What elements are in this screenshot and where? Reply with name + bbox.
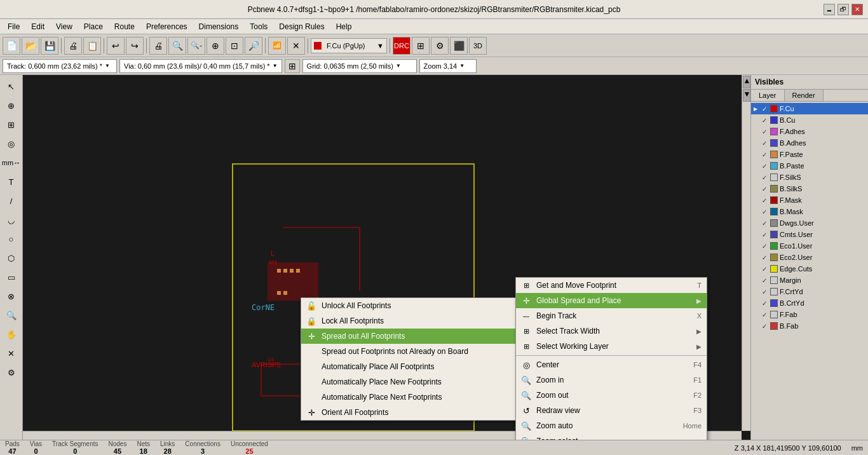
- zoom-in-button[interactable]: 🔍: [168, 37, 186, 55]
- menu-route[interactable]: Route: [109, 21, 140, 32]
- ctx-select-track-width[interactable]: ⊞ Select Track Width ▶: [516, 323, 707, 339]
- layer-checkbox[interactable]: ✓: [761, 208, 768, 215]
- ctx-auto-place-new[interactable]: Automatically Place New Footprints: [301, 374, 516, 390]
- scrollbar-right[interactable]: ▲ ▼: [742, 75, 750, 431]
- add-track-tool[interactable]: ⊞: [3, 116, 20, 133]
- layer-checkbox[interactable]: ✓: [761, 299, 768, 307]
- layer-checkbox[interactable]: ✓: [761, 231, 768, 238]
- layer-checkbox[interactable]: ✓: [761, 311, 768, 318]
- ratsnest-button[interactable]: ✕: [287, 37, 305, 55]
- save-button[interactable]: 💾: [41, 37, 58, 55]
- layer-checkbox[interactable]: ✓: [761, 242, 768, 250]
- select-tool[interactable]: ↖: [3, 78, 20, 95]
- print2-button[interactable]: 📋: [83, 37, 101, 55]
- layer-checkbox[interactable]: ✓: [761, 265, 768, 273]
- layer-item-margin[interactable]: ✓Margin: [751, 275, 868, 286]
- zoom-dropdown[interactable]: Zoom 3,14 ▼: [419, 59, 477, 73]
- layer-item-f-paste[interactable]: ✓F.Paste: [751, 149, 868, 160]
- zoom-area-button[interactable]: ⊡: [226, 37, 243, 55]
- layer-item-f-adhes[interactable]: ✓F.Adhes: [751, 126, 868, 137]
- close-button[interactable]: ✕: [851, 4, 863, 15]
- ctx-zoom-auto[interactable]: 🔍 Zoom auto Home: [516, 418, 707, 433]
- grid-button[interactable]: ⊞: [412, 37, 430, 55]
- undo-button[interactable]: ↩: [107, 37, 125, 55]
- ctx-orient-all[interactable]: ✛ Orient All Footprints: [301, 405, 516, 420]
- menu-help[interactable]: Help: [331, 21, 357, 32]
- layer-item-f-fab[interactable]: ✓F.Fab: [751, 309, 868, 320]
- via-dropdown[interactable]: Via: 0,60 mm (23,6 mils)/ 0,40 mm (15,7 …: [119, 59, 282, 73]
- layer-checkbox[interactable]: ✓: [761, 254, 768, 261]
- menu-view[interactable]: View: [51, 21, 78, 32]
- drc-button[interactable]: DRC: [393, 37, 410, 55]
- ctx-redraw-view[interactable]: ↺ Redraw view F3: [516, 403, 707, 418]
- redo-button[interactable]: ↪: [126, 37, 144, 55]
- ctx-unlock-footprints[interactable]: 🔓 Unlock All Footprints: [301, 298, 516, 313]
- ctx-auto-place-all[interactable]: Automatically Place All Footprints: [301, 359, 516, 374]
- open-button[interactable]: 📂: [22, 37, 39, 55]
- layer-item-cmts-user[interactable]: ✓Cmts.User: [751, 229, 868, 240]
- new-button[interactable]: 📄: [3, 37, 20, 55]
- layer-checkbox[interactable]: ✓: [761, 219, 768, 227]
- add-text-tool[interactable]: T: [3, 173, 20, 191]
- tab-render[interactable]: Render: [785, 90, 824, 101]
- ctx-select-working-layer[interactable]: ⊞ Select Working Layer ▶: [516, 339, 707, 354]
- menu-place[interactable]: Place: [79, 21, 108, 32]
- layer-item-b-fab[interactable]: ✓B.Fab: [751, 320, 868, 332]
- layer-dropdown[interactable]: F.Cu (PgUp) ▼: [311, 38, 387, 53]
- zoom-out-button[interactable]: 🔍-: [187, 37, 205, 55]
- print3-button[interactable]: 🖨: [149, 37, 167, 55]
- layer-item-f-mask[interactable]: ✓F.Mask: [751, 194, 868, 206]
- layer-item-eco2-user[interactable]: ✓Eco2.User: [751, 252, 868, 263]
- canvas-area[interactable]: L M1 CorNE AVRISP5 U1 🔓: [23, 75, 750, 440]
- ctx-zoom-in[interactable]: 🔍 Zoom in F1: [516, 372, 707, 388]
- menu-preferences[interactable]: Preferences: [141, 21, 193, 32]
- layer-item-b-cu[interactable]: ✓B.Cu: [751, 114, 868, 126]
- board-button[interactable]: ⬛: [450, 37, 468, 55]
- minimize-button[interactable]: 🗕: [824, 4, 835, 15]
- ctx-global-spread[interactable]: ✛ Global Spread and Place ▶: [516, 293, 707, 308]
- settings-tool[interactable]: ⚙: [3, 363, 20, 381]
- ctx-spread-not-on-board[interactable]: Spread out Footprints not Already on Boa…: [301, 344, 516, 359]
- menu-design-rules[interactable]: Design Rules: [274, 21, 329, 32]
- ctx-auto-place-next[interactable]: Automatically Place Next Footprints: [301, 390, 516, 405]
- delete-tool[interactable]: ✕: [3, 344, 20, 362]
- 3d-button[interactable]: 3D: [469, 37, 487, 55]
- layer-item-b-mask[interactable]: ✓B.Mask: [751, 206, 868, 217]
- ctx-begin-track[interactable]: — Begin Track X: [516, 308, 707, 323]
- measure-tool[interactable]: mm↔: [3, 154, 20, 172]
- layer-checkbox[interactable]: ✓: [761, 288, 768, 295]
- add-keepout-tool[interactable]: ⊗: [3, 287, 20, 305]
- ctx-center[interactable]: ◎ Center F4: [516, 357, 707, 372]
- netlist-button[interactable]: 📶: [268, 37, 286, 55]
- layer-item-dwgs-user[interactable]: ✓Dwgs.User: [751, 217, 868, 229]
- add-circle-tool[interactable]: ○: [3, 230, 20, 248]
- print-button[interactable]: 🖨: [64, 37, 82, 55]
- ctx-get-move-footprint[interactable]: ⊞ Get and Move Footprint T: [516, 278, 707, 293]
- layer-checkbox[interactable]: ✓: [761, 173, 768, 181]
- drag-tool[interactable]: ✋: [3, 325, 20, 343]
- add-polygon-tool[interactable]: ⬡: [3, 249, 20, 267]
- ctx-zoom-out[interactable]: 🔍 Zoom out F2: [516, 388, 707, 403]
- layer-checkbox[interactable]: ✓: [761, 151, 768, 158]
- layer-checkbox[interactable]: ✓: [761, 162, 768, 170]
- add-line-tool[interactable]: /: [3, 192, 20, 210]
- layer-item-b-adhes[interactable]: ✓B.Adhes: [751, 137, 868, 149]
- maximize-button[interactable]: 🗗: [837, 4, 849, 15]
- grid-icon-button[interactable]: ⊞: [285, 59, 300, 73]
- zoom-fit-button[interactable]: ⊕: [207, 37, 224, 55]
- route-track-tool[interactable]: ⊕: [3, 97, 20, 114]
- layer-item-edge-cuts[interactable]: ✓Edge.Cuts: [751, 263, 868, 275]
- inspect-tool[interactable]: 🔍: [3, 306, 20, 324]
- menu-edit[interactable]: Edit: [26, 21, 50, 32]
- layer-item-b-paste[interactable]: ✓B.Paste: [751, 160, 868, 172]
- layer-item-b-crtyd[interactable]: ✓B.CrtYd: [751, 297, 868, 309]
- layer-checkbox[interactable]: ✓: [761, 116, 768, 124]
- setup-button[interactable]: ⚙: [431, 37, 449, 55]
- menu-dimensions[interactable]: Dimensions: [194, 21, 244, 32]
- layer-checkbox[interactable]: ✓: [761, 139, 768, 147]
- menu-file[interactable]: File: [3, 21, 25, 32]
- layer-item-f-silks[interactable]: ✓F.SilkS: [751, 172, 868, 183]
- add-via-tool[interactable]: ◎: [3, 135, 20, 153]
- layer-item-b-silks[interactable]: ✓B.SilkS: [751, 183, 868, 194]
- menu-tools[interactable]: Tools: [245, 21, 273, 32]
